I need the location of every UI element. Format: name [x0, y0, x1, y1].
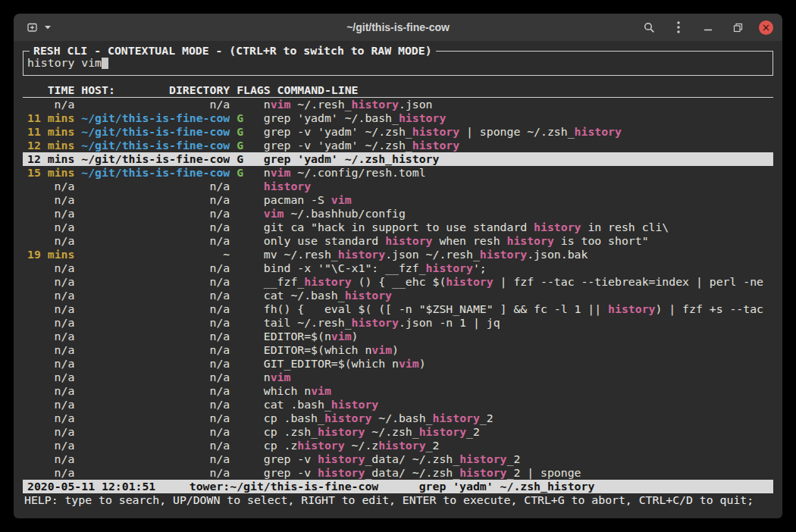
row-command: bind -x '"\C-x1": __fzf_history'; — [264, 261, 487, 275]
row-time: n/a — [27, 316, 74, 330]
command-text: '; — [473, 261, 487, 274]
command-match-text: history — [412, 139, 459, 152]
row-time: n/a — [27, 234, 74, 248]
command-text: tail ~/.resh_ — [264, 316, 352, 329]
history-row-selected[interactable]: 12 mins~/git/this-is-fine-cowGgrep 'yadm… — [23, 152, 773, 166]
command-match-text: vim — [311, 384, 331, 397]
header-host-directory: HOST:DIRECTORY — [81, 83, 230, 97]
history-row[interactable]: n/an/a__fzf_history () { __ehc $(history… — [23, 275, 773, 289]
row-time: n/a — [27, 425, 74, 439]
minimize-button[interactable] — [700, 19, 716, 36]
row-command: grep -v history_data/ ~/.zsh_history_2 — [264, 452, 521, 466]
row-flags — [237, 207, 257, 221]
command-text: grep -v — [264, 466, 318, 479]
history-row[interactable]: n/an/aEDITOR=$(which nvim) — [23, 343, 773, 357]
row-time: n/a — [27, 330, 74, 343]
history-row[interactable]: n/an/agrep -v history_data/ ~/.zsh_histo… — [23, 452, 773, 466]
command-text: cp .z — [264, 439, 298, 452]
close-button[interactable] — [759, 20, 773, 35]
command-match-text: vim — [271, 166, 291, 179]
row-command: pacman -S vim — [264, 193, 352, 207]
history-row[interactable]: n/an/aonly use standard history when res… — [23, 234, 773, 248]
history-row[interactable]: n/an/agit ca "hack in support to use sta… — [23, 221, 773, 234]
history-row[interactable]: n/an/aEDITOR=$(nvim) — [23, 330, 773, 343]
search-box[interactable]: RESH CLI - CONTEXTUAL MODE - (CTRL+R to … — [23, 51, 773, 76]
terminal-window: ~/git/this-is-fine-cow — [14, 14, 782, 518]
history-row[interactable]: n/an/atail ~/.resh_history.json -n 1 | j… — [23, 316, 773, 330]
table-header: TIME HOST:DIRECTORY FLAGS COMMAND-LINE — [23, 83, 773, 98]
row-directory: n/a — [81, 357, 230, 371]
history-row[interactable]: n/an/acp .bash_history ~/.bash_history_2 — [23, 412, 773, 425]
minimize-icon — [704, 23, 713, 32]
history-row[interactable]: n/an/anvim — [23, 371, 773, 384]
row-time: n/a — [27, 180, 74, 193]
dropdown-caret-icon[interactable] — [45, 25, 51, 30]
row-flags — [237, 371, 257, 384]
history-row[interactable]: 12 mins~/git/this-is-fine-cowGgrep -v 'y… — [23, 139, 773, 152]
command-match-text: history — [297, 439, 344, 452]
row-directory: n/a — [81, 261, 230, 275]
row-directory: n/a — [81, 343, 230, 357]
history-row[interactable]: n/an/aGIT_EDITOR=$(which nvim) — [23, 357, 773, 371]
history-row[interactable]: 15 mins~/git/this-is-fine-cowGnvim ~/.co… — [23, 166, 773, 180]
row-flags — [237, 221, 257, 234]
row-directory: n/a — [81, 412, 230, 425]
row-flags — [237, 466, 257, 480]
history-row[interactable]: n/an/acp .zhistory ~/.zhistory_2 — [23, 439, 773, 452]
history-row[interactable]: n/an/acat .bash_history — [23, 398, 773, 412]
command-match-text: history — [318, 466, 365, 479]
history-row[interactable]: n/an/apacman -S vim — [23, 193, 773, 207]
command-text: pacman -S — [264, 193, 331, 206]
search-button[interactable] — [641, 19, 657, 36]
history-row[interactable]: n/an/abind -x '"\C-x1": __fzf_history'; — [23, 261, 773, 275]
history-row[interactable]: 11 mins~/git/this-is-fine-cowGgrep 'yadm… — [23, 111, 773, 125]
row-command: mv ~/.resh_history.json ~/.resh_history.… — [264, 248, 588, 261]
row-flags — [237, 275, 257, 289]
command-match-text: history — [318, 425, 365, 438]
restore-button[interactable] — [729, 19, 746, 36]
command-match-text: history — [459, 466, 506, 479]
row-time: n/a — [27, 343, 74, 357]
command-match-text: history — [392, 152, 439, 165]
command-text: grep -v 'yadm' ~/.zsh_ — [264, 139, 412, 152]
history-row[interactable]: n/an/agrep -v history_data/ ~/.zsh_histo… — [23, 466, 773, 480]
command-match-text: history — [338, 248, 385, 261]
command-text: mv ~/.resh_ — [264, 248, 338, 261]
history-row[interactable]: n/an/ahistory — [23, 180, 773, 193]
titlebar[interactable]: ~/git/this-is-fine-cow — [14, 14, 782, 41]
row-command: cat .bash_history — [264, 398, 378, 412]
command-match-text: history — [446, 275, 493, 288]
row-flags — [237, 357, 257, 371]
search-input[interactable]: history vim — [27, 56, 102, 70]
history-row[interactable]: 19 mins~mv ~/.resh_history.json ~/.resh_… — [23, 248, 773, 261]
command-text: git ca "hack in support to use standard — [264, 221, 534, 233]
history-row[interactable]: n/an/anvim ~/.resh_history.json — [23, 98, 773, 111]
history-row[interactable]: 11 mins~/git/this-is-fine-cowGgrep -v 'y… — [23, 125, 773, 139]
header-time: TIME — [27, 83, 74, 97]
command-text: n — [264, 166, 271, 179]
row-command: grep 'yadm' ~/.zsh_history — [264, 152, 440, 166]
command-text: _2 — [466, 425, 480, 438]
history-row[interactable]: n/an/avim ~/.bashhub/config — [23, 207, 773, 221]
history-row[interactable]: n/an/afh() { eval $( ([ -n "$ZSH_NAME" ]… — [23, 302, 773, 316]
row-directory: n/a — [81, 98, 230, 111]
row-time: 15 mins — [27, 166, 74, 180]
history-row[interactable]: n/an/acp .zsh_history ~/.zsh_history_2 — [23, 425, 773, 439]
history-row[interactable]: n/an/awhich nvim — [23, 384, 773, 398]
row-command: fh() { eval $( ([ -n "$ZSH_NAME" ] && fc… — [264, 302, 763, 316]
history-row[interactable]: n/an/acat ~/.bash_history — [23, 289, 773, 302]
row-time: 11 mins — [27, 125, 74, 139]
row-time: n/a — [27, 289, 74, 302]
status-bar: 2020-05-11 12:01:51 tower:~/git/this-is-… — [23, 480, 773, 493]
row-directory: n/a — [81, 425, 230, 439]
command-text: .json ~/.resh_ — [385, 248, 480, 261]
command-match-text: vim — [271, 98, 291, 111]
text-cursor — [102, 56, 108, 69]
row-directory: n/a — [81, 302, 230, 316]
command-text: .json — [399, 98, 433, 111]
menu-button[interactable] — [670, 19, 687, 36]
new-tab-button[interactable] — [23, 19, 42, 36]
row-command: nvim ~/.resh_history.json — [264, 98, 433, 111]
row-time: n/a — [27, 371, 74, 384]
row-time: n/a — [27, 412, 74, 425]
